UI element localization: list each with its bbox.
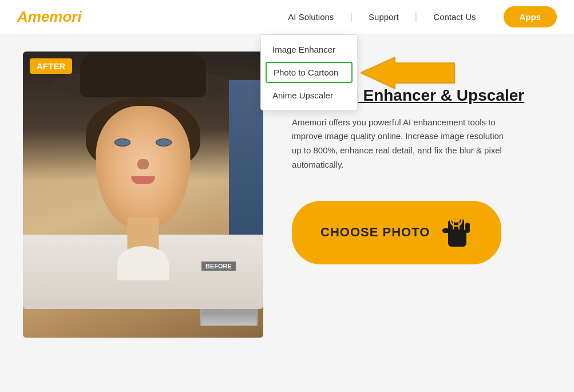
- image-comparison-area: AFTER: [23, 52, 263, 338]
- arrow-icon: [361, 57, 455, 89]
- nav-apps-button[interactable]: Apps: [504, 6, 557, 27]
- before-badge: BEFORE: [201, 262, 236, 271]
- svg-rect-5: [465, 223, 470, 233]
- nav-contact-us[interactable]: Contact Us: [417, 12, 492, 22]
- choose-photo-label: CHOOSE PHOTO: [320, 225, 430, 240]
- hand-pointer-icon: [441, 212, 473, 253]
- main-photo: [23, 52, 263, 338]
- arrow-pointer: [361, 57, 455, 91]
- nav-links: AI Solutions | Support | Contact Us Apps: [272, 6, 557, 27]
- dropdown-item-photo-to-cartoon[interactable]: Photo to Cartoon: [266, 62, 353, 83]
- choose-photo-button[interactable]: CHOOSE PHOTO: [292, 201, 501, 264]
- svg-rect-6: [442, 228, 449, 233]
- svg-point-8: [454, 218, 458, 223]
- main-description: Amemori offers you powerful AI enhanceme…: [292, 116, 509, 172]
- navbar: Amemori AI Solutions | Support | Contact…: [0, 0, 574, 34]
- dropdown-item-anime-upscaler[interactable]: Anime Upscaler: [261, 84, 357, 106]
- svg-marker-0: [361, 57, 455, 89]
- ai-solutions-dropdown: Image Enhancer Photo to Cartoon Anime Up…: [260, 34, 358, 110]
- brand-logo[interactable]: Amemori: [17, 8, 82, 26]
- after-badge: AFTER: [30, 58, 72, 74]
- nav-support[interactable]: Support: [353, 12, 415, 22]
- nav-ai-solutions[interactable]: AI Solutions: [272, 12, 350, 22]
- dropdown-item-image-enhancer[interactable]: Image Enhancer: [261, 38, 357, 61]
